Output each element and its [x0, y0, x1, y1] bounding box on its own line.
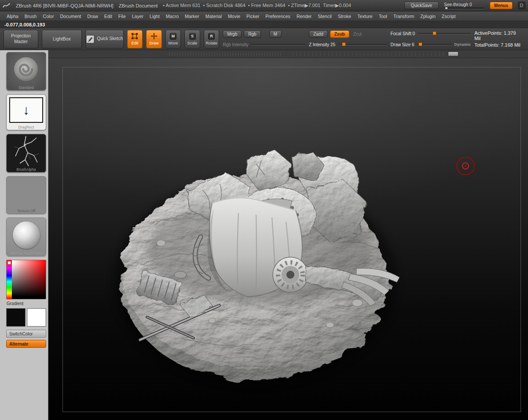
rotate-mode-button[interactable]: R Rotate	[204, 30, 220, 48]
move-mode-button[interactable]: M Move	[165, 30, 181, 48]
tick-marks	[169, 52, 282, 56]
quicksave-button[interactable]: QuickSave	[404, 2, 439, 9]
alpha-thumbnail[interactable]: BrushAlpha	[6, 134, 46, 173]
brush-cursor-icon	[457, 157, 474, 175]
z-intensity-label: Z Intensity 25	[309, 42, 335, 47]
see-through-label: See-through 0	[444, 2, 484, 7]
memory-stats: • Active Mem 631 • Scratch Disk 4864 • F…	[163, 3, 351, 8]
stroke-inner-frame: ↓	[9, 97, 43, 123]
draw-label: Draw	[150, 41, 159, 45]
title-bar: ZBrush 4R6 [BIVR-MIBF-QQJA-NIMI-NRWH] ZB…	[0, 0, 528, 11]
strip-scroll-handle[interactable]	[448, 52, 458, 56]
rgb-intensity-track	[251, 44, 305, 45]
menu-macro[interactable]: Macro	[163, 14, 182, 19]
edit-mode-button[interactable]: Edit	[127, 30, 143, 48]
draw-size-slider[interactable]: Draw Size 6 Dynamic	[391, 41, 471, 48]
main-area: Standard ↓ DragRect	[0, 50, 528, 420]
mrgb-button[interactable]: Mrgb	[223, 30, 242, 38]
color-swatches	[6, 308, 46, 327]
focal-shift-handle[interactable]	[433, 31, 436, 35]
see-through-track	[444, 7, 484, 9]
document-tick-strip	[48, 50, 528, 58]
material-sphere-icon	[13, 221, 40, 249]
menu-render[interactable]: Render	[293, 14, 315, 19]
menu-picker[interactable]: Picker	[243, 14, 262, 19]
menu-marker[interactable]: Marker	[182, 14, 202, 19]
current-color-swatch	[7, 261, 11, 265]
menu-document[interactable]: Document	[57, 14, 84, 19]
menu-stencil[interactable]: Stencil	[315, 14, 335, 19]
lightbox-button[interactable]: LightBox	[42, 30, 82, 48]
app-title: ZBrush 4R6 [BIVR-MIBF-QQJA-NIMI-NRWH]	[16, 3, 114, 8]
menu-edit[interactable]: Edit	[101, 14, 115, 19]
sv-square[interactable]	[12, 260, 46, 299]
menu-file[interactable]: File	[115, 14, 129, 19]
menu-light[interactable]: Light	[147, 14, 163, 19]
secondary-color-swatch[interactable]	[27, 308, 46, 327]
draw-mode-button[interactable]: Draw	[146, 30, 162, 48]
stroke-thumbnail[interactable]: ↓ DragRect	[6, 94, 46, 130]
texture-thumbnail[interactable]: Texture Off	[6, 176, 46, 214]
overflow-button[interactable]: D	[518, 2, 525, 9]
scale-mode-button[interactable]: S Scale	[184, 30, 200, 48]
brush-thumbnail[interactable]: Standard	[6, 52, 46, 91]
active-points: ActivePoints: 1.379 Mil	[474, 30, 523, 41]
zadd-button[interactable]: Zadd	[309, 30, 328, 38]
top-toolbar: Projection Master LightBox Quick Sketch …	[0, 28, 528, 50]
menu-preferences[interactable]: Preferences	[262, 14, 293, 19]
rgb-intensity-label: Rgb Intensity	[223, 42, 248, 47]
material-label: MatCap Pearl Cavit	[7, 251, 46, 255]
menu-draw[interactable]: Draw	[84, 14, 101, 19]
see-through-slider[interactable]: See-through 0	[444, 2, 484, 9]
rotate-label: Rotate	[205, 41, 217, 45]
color-picker[interactable]	[6, 260, 46, 299]
draw-size-track	[417, 44, 451, 45]
rgb-intensity-slider[interactable]: Rgb Intensity	[223, 41, 305, 48]
alpha-label: BrushAlpha	[7, 167, 46, 172]
drag-arrow-icon: ↓	[23, 103, 29, 117]
zsub-button[interactable]: Zsub	[330, 30, 349, 38]
rgb-button[interactable]: Rgb	[244, 30, 260, 38]
zcut-button[interactable]: Zcut	[352, 32, 363, 37]
m-button[interactable]: M	[269, 30, 282, 38]
alternate-button[interactable]: Alternate	[6, 340, 46, 348]
projection-master-button[interactable]: Projection Master	[4, 30, 38, 48]
material-thumbnail[interactable]: MatCap Pearl Cavit	[6, 217, 46, 256]
sculpture-svg	[48, 58, 528, 420]
menu-movie[interactable]: Movie	[225, 14, 243, 19]
main-color-swatch[interactable]	[6, 308, 26, 327]
switch-color-button[interactable]: SwitchColor	[6, 330, 46, 338]
document-column	[48, 50, 528, 420]
menu-material[interactable]: Material	[202, 14, 225, 19]
menu-brush[interactable]: Brush	[22, 14, 40, 19]
alpha-crack-icon	[7, 134, 46, 167]
scale-icon: S	[189, 33, 196, 40]
focal-shift-track	[418, 33, 471, 34]
menu-texture[interactable]: Texture	[354, 14, 375, 19]
brush-swirl-icon	[7, 52, 46, 85]
menus-button[interactable]: Menus	[490, 2, 513, 9]
edit-icon	[131, 33, 138, 40]
draw-size-handle[interactable]	[418, 42, 422, 46]
menu-color[interactable]: Color	[40, 14, 57, 19]
menu-transform[interactable]: Transform	[390, 14, 417, 19]
focal-shift-slider[interactable]: Focal Shift 0	[391, 30, 471, 37]
move-icon: M	[170, 33, 176, 40]
dynamic-label: Dynamic	[455, 42, 471, 47]
menu-tool[interactable]: Tool	[376, 14, 390, 19]
stroke-label: DragRect	[7, 125, 46, 129]
menu-zscript[interactable]: Zscript	[439, 14, 459, 19]
hue-strip[interactable]	[7, 260, 12, 299]
z-intensity-slider[interactable]: Z Intensity 25	[309, 41, 387, 48]
document-canvas[interactable]	[48, 58, 528, 420]
z-intensity-handle[interactable]	[342, 42, 346, 46]
menu-stroke[interactable]: Stroke	[335, 14, 354, 19]
points-readout: ActivePoints: 1.379 Mil TotalPoints: 7.1…	[474, 30, 524, 48]
quick-sketch-button[interactable]: Quick Sketch	[85, 30, 124, 48]
menu-alpha[interactable]: Alpha	[4, 14, 22, 19]
scale-label: Scale	[187, 41, 198, 45]
menu-zplugin[interactable]: Zplugin	[417, 14, 438, 19]
see-through-handle[interactable]	[445, 7, 448, 10]
menu-layer[interactable]: Layer	[129, 14, 147, 19]
draw-icon	[150, 33, 158, 40]
